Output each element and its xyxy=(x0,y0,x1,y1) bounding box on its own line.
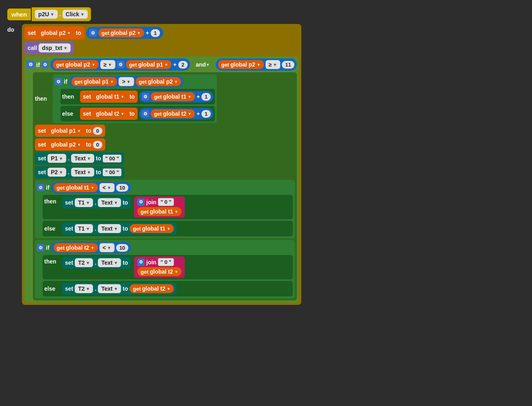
gt-arrow: ▼ xyxy=(127,80,131,84)
global-t1-join: global t1 xyxy=(150,208,173,215)
Text-pill-p1[interactable]: Text ▼ xyxy=(71,154,94,163)
T2-else-pill[interactable]: T2 ▼ xyxy=(75,284,93,293)
get-t1-pill[interactable]: get global t1 ▼ xyxy=(151,92,195,101)
set-T2-text-block[interactable]: set T2 ▼ . Text ▼ xyxy=(62,257,131,269)
global-p2-zero-pill[interactable]: global p2 ▼ xyxy=(48,140,84,149)
T1-else-pill[interactable]: T1 ▼ xyxy=(75,224,93,233)
get-t2-else-pill[interactable]: get global t2 ▼ xyxy=(130,284,174,293)
lt-t1-arrow: ▼ xyxy=(107,186,111,190)
event-pill[interactable]: Click ▼ xyxy=(63,10,88,19)
Text-pill-T1[interactable]: Text ▼ xyxy=(98,198,121,207)
get-p1-inner[interactable]: get global p1 ▼ xyxy=(71,77,117,86)
plus-p2: + xyxy=(146,30,149,36)
t2-else-label: else xyxy=(44,285,61,292)
set-p1-text-block[interactable]: set P1 ▼ . Text ▼ to xyxy=(35,152,124,164)
join-T1-block: ⚙ join " 0 " get global t1 xyxy=(134,197,185,218)
get-p1-cond[interactable]: get global p1 ▼ xyxy=(126,60,172,69)
get-t1-else-pill[interactable]: get global t1 ▼ xyxy=(130,224,174,233)
Text-pill-T2[interactable]: Text ▼ xyxy=(98,258,121,267)
Text-T2-else-pill[interactable]: Text ▼ xyxy=(98,284,121,293)
global-t2-text: global t2 xyxy=(96,110,119,117)
global-t2-pill[interactable]: global t2 ▼ xyxy=(93,109,128,118)
join-T2-block: ⚙ join " 0 " get global t2 xyxy=(134,257,185,278)
add-t2: ⚙ get global t2 ▼ + 1 xyxy=(139,108,213,119)
if-t1-label: if xyxy=(46,184,50,191)
get-p2-inner[interactable]: get global p2 ▼ xyxy=(136,77,182,86)
t2-else-block: else set T2 ▼ . xyxy=(43,281,293,296)
set-t1-block[interactable]: set global t1 ▼ to xyxy=(80,91,138,103)
gte-op2[interactable]: ≥ ▼ xyxy=(266,60,281,69)
set-p2-zero-block[interactable]: set global p2 ▼ to 0 xyxy=(35,138,105,151)
get-p2-right[interactable]: get global p2 ▼ xyxy=(218,60,264,69)
set-label-p2: set xyxy=(28,30,36,36)
set-T2-else-label: set xyxy=(65,285,73,292)
Text-T1-arrow: ▼ xyxy=(114,201,118,205)
set-T1-else-block[interactable]: set T1 ▼ . Text ▼ xyxy=(62,222,177,235)
get-t2-join-pill[interactable]: get global t2 ▼ xyxy=(137,267,182,276)
inner-then-row: then set global t1 ▼ to xyxy=(62,91,213,103)
event-trigger[interactable]: p2U ▼ . Click ▼ xyxy=(32,7,91,21)
global-t1-pill[interactable]: global t1 ▼ xyxy=(93,92,128,101)
set-t2-block[interactable]: set global t2 ▼ to xyxy=(80,108,138,120)
zero-p1[interactable]: 0 xyxy=(93,127,102,135)
global-p2-cond: global p2 xyxy=(65,61,90,68)
get-global-p2-pill[interactable]: get global p2 ▼ xyxy=(98,28,144,37)
Text-T1-else-pill[interactable]: Text ▼ xyxy=(98,224,121,233)
set-p1-zero-block[interactable]: set global p1 ▼ to 0 xyxy=(35,125,105,137)
Text-pill-p2[interactable]: Text ▼ xyxy=(71,168,94,177)
get-p2-cond[interactable]: get global p2 ▼ xyxy=(53,60,99,69)
num-1-p2[interactable]: 1 xyxy=(151,29,160,37)
num-10-t2[interactable]: 10 xyxy=(116,244,128,252)
str-0-T2[interactable]: " 0 " xyxy=(158,258,174,266)
set-p2-block[interactable]: set global p2 ▼ to xyxy=(24,26,84,39)
when-label: when xyxy=(11,11,27,18)
to-T2-else: to xyxy=(123,285,128,292)
P2-arrow: ▼ xyxy=(59,170,63,175)
get-t2-cond-pill[interactable]: get global t2 ▼ xyxy=(54,243,98,252)
if-header-row: ⚙ if ⚙ get global p2 ▼ ≥ xyxy=(26,58,297,71)
get-t1-cond-pill[interactable]: get global t1 ▼ xyxy=(54,183,98,192)
set-T1-text-block[interactable]: set T1 ▼ . Text ▼ xyxy=(62,197,131,209)
global-p1-zero-pill[interactable]: global p1 ▼ xyxy=(48,126,84,135)
num-10-t1[interactable]: 10 xyxy=(116,184,128,192)
set-T2-else-block[interactable]: set T2 ▼ . Text ▼ xyxy=(62,283,177,295)
str-00-p1[interactable]: " 00 " xyxy=(103,155,121,162)
p2-right-arrow: ▼ xyxy=(257,63,261,67)
num-1-t2[interactable]: 1 xyxy=(201,110,211,118)
to-T1-else: to xyxy=(123,225,128,232)
dot-separator: . xyxy=(59,11,61,17)
num-2[interactable]: 2 xyxy=(178,61,188,69)
dsp-txt-pill[interactable]: dsp_txt ▼ xyxy=(39,43,71,52)
T2-else-text: T2 xyxy=(78,285,84,292)
component-pill[interactable]: p2U ▼ xyxy=(35,10,57,19)
gear-if2: ⚙ xyxy=(41,61,49,68)
str-0-T1[interactable]: " 0 " xyxy=(158,198,174,206)
call-block[interactable]: call dsp_txt ▼ xyxy=(24,41,74,54)
get-t2-pill[interactable]: get global t2 ▼ xyxy=(151,109,195,118)
gte-op[interactable]: ≥ ▼ xyxy=(100,60,115,69)
p1-zero-arrow: ▼ xyxy=(77,129,81,133)
P2-pill[interactable]: P2 ▼ xyxy=(48,168,66,177)
inner-if-block: ⚙ if get global p1 ▼ xyxy=(53,74,217,123)
dot-T2-else: . xyxy=(95,285,96,292)
zero-p2[interactable]: 0 xyxy=(93,141,102,149)
lt-label-t2: < xyxy=(103,244,106,251)
and-block[interactable]: and ▼ xyxy=(192,60,214,69)
global-p2-pill[interactable]: global p2 ▼ xyxy=(37,28,74,37)
T1-pill[interactable]: T1 ▼ xyxy=(75,198,93,207)
T2-pill[interactable]: T2 ▼ xyxy=(75,258,93,267)
lt-op-t2[interactable]: < ▼ xyxy=(99,243,115,252)
inner-if-cond: get global p1 ▼ > ▼ xyxy=(69,76,184,87)
set-p2-text-block[interactable]: set P2 ▼ . Text ▼ to xyxy=(35,166,124,178)
gt-op[interactable]: > ▼ xyxy=(119,77,134,86)
lt-op-t1[interactable]: < ▼ xyxy=(99,183,115,192)
P1-pill[interactable]: P1 ▼ xyxy=(48,154,66,163)
num-11[interactable]: 11 xyxy=(282,61,294,69)
get-t1-join-pill[interactable]: get global t1 ▼ xyxy=(137,207,182,216)
p2-zero-arrow: ▼ xyxy=(77,143,81,147)
get-t2-cond: get xyxy=(57,245,65,251)
num-1-t1[interactable]: 1 xyxy=(201,93,211,101)
Text-T1-else-arrow: ▼ xyxy=(114,227,118,231)
get-t1-arrow: ▼ xyxy=(188,95,192,99)
str-00-p2[interactable]: " 00 " xyxy=(103,168,121,176)
